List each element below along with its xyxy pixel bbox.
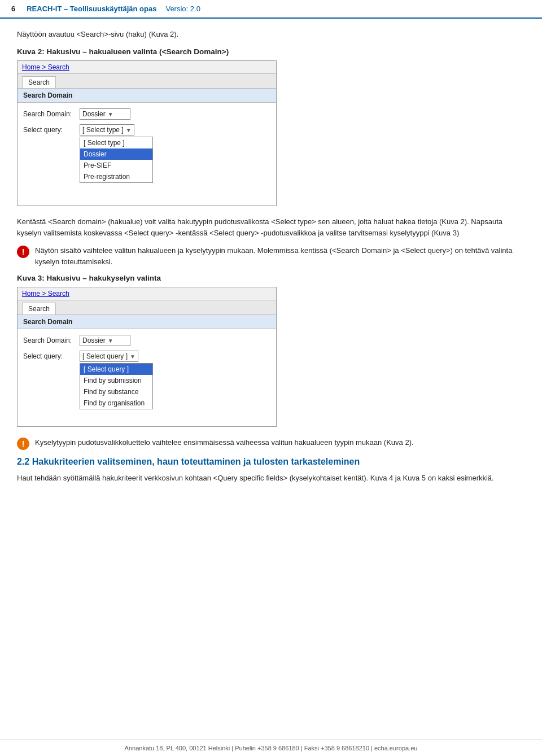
figure2-domain-control: Dossier ▼	[80, 108, 270, 120]
page-header: 6 REACH-IT – Teollisuuskäyttäjän opas Ve…	[0, 0, 542, 19]
figure3-form: Search Domain: Dossier ▼ Select query:	[18, 329, 276, 415]
figure3-query-control: [ Select query ] ▼ [ Select query ] Find…	[80, 351, 270, 409]
header-page-number: 6	[11, 5, 15, 13]
figure2-tab-bar: Search	[18, 74, 276, 89]
figure3-domain-row: Search Domain: Dossier ▼	[18, 333, 276, 348]
section-heading-2-2: 2.2 Hakukriteerien valitseminen, haun to…	[17, 457, 525, 467]
figure3-query-select[interactable]: [ Select query ] ▼	[80, 351, 138, 362]
figure3-domain-control: Dossier ▼	[80, 335, 270, 346]
body-text-2: Haut tehdään syöttämällä hakukriteerit v…	[17, 473, 525, 484]
figure2-query-row: Select query: [ Select type ] ▼ [ Select…	[18, 122, 276, 185]
figure3-section-header: Search Domain	[18, 315, 276, 329]
figure3-mockup: Home > Search Search Search Domain Searc…	[17, 287, 277, 427]
dropdown-item-pre-registration[interactable]: Pre-registration	[80, 171, 152, 182]
intro-text: Näyttöön avautuu <Search>-sivu (haku) (K…	[17, 30, 525, 38]
figure2-query-select[interactable]: [ Select type ] ▼	[80, 124, 134, 136]
chevron-down-icon: ▼	[108, 111, 113, 117]
figure2-domain-label: Search Domain:	[23, 108, 80, 118]
main-content: Näyttöön avautuu <Search>-sivu (haku) (K…	[0, 19, 542, 525]
figure3-query-label: Select query:	[23, 351, 80, 360]
header-title: REACH-IT – Teollisuuskäyttäjän opas	[27, 5, 156, 13]
chevron-down-icon: ▼	[130, 353, 136, 360]
figure3-search-tab[interactable]: Search	[22, 303, 56, 314]
figure3-breadcrumb: Home > Search	[18, 287, 276, 300]
figure2-domain-select[interactable]: Dossier ▼	[80, 108, 130, 120]
figure3-query-dropdown: [ Select query ] Find by submission Find…	[80, 363, 153, 409]
page-footer: Annankatu 18, PL 400, 00121 Helsinki | P…	[0, 740, 542, 756]
figure2-form: Search Domain: Dossier ▼ Select query:	[18, 103, 276, 189]
figure2-query-dropdown: [ Select type ] Dossier Pre-SIEF Pre-reg…	[80, 137, 153, 183]
dropdown-item-find-organisation[interactable]: Find by organisation	[80, 397, 152, 409]
note2-text: Kyselytyypin pudotusvalikkoluettelo vaih…	[35, 437, 414, 448]
note2-box: ! Kyselytyypin pudotusvalikkoluettelo va…	[17, 437, 525, 450]
note1-text: Näytön sisältö vaihtelee valitun hakualu…	[35, 245, 525, 267]
figure3-domain-label: Search Domain:	[23, 335, 80, 344]
figure2-section-header: Search Domain	[18, 89, 276, 103]
dropdown-item-select-query[interactable]: [ Select query ]	[80, 364, 152, 375]
dropdown-item-find-submission[interactable]: Find by submission	[80, 375, 152, 386]
dropdown-item-pre-sief[interactable]: Pre-SIEF	[80, 160, 152, 171]
dropdown-item-select-type[interactable]: [ Select type ]	[80, 137, 152, 148]
dropdown-item-dossier[interactable]: Dossier	[80, 148, 152, 160]
figure3-query-row: Select query: [ Select query ] ▼ [ Selec…	[18, 348, 276, 412]
chevron-down-icon: ▼	[126, 127, 132, 133]
body-text-1: Kentästä <Search domain> (hakualue) voit…	[17, 216, 525, 238]
header-version: Versio: 2.0	[165, 5, 200, 13]
dropdown-item-find-substance[interactable]: Find by substance	[80, 386, 152, 397]
chevron-down-icon: ▼	[108, 338, 113, 344]
note1-box: ! Näytön sisältö vaihtelee valitun hakua…	[17, 245, 525, 267]
figure2-query-control: [ Select type ] ▼ [ Select type ] Dossie…	[80, 124, 270, 183]
figure2-breadcrumb: Home > Search	[18, 61, 276, 74]
figure2-query-label: Select query:	[23, 124, 80, 134]
figure3-domain-select[interactable]: Dossier ▼	[80, 335, 130, 346]
figure2-mockup: Home > Search Search Search Domain Searc…	[17, 60, 277, 206]
figure3-tab-bar: Search	[18, 300, 276, 315]
note1-icon: !	[17, 246, 29, 258]
figure3-caption: Kuva 3: Hakusivu – hakukyselyn valinta	[17, 274, 525, 282]
figure2-domain-row: Search Domain: Dossier ▼	[18, 106, 276, 122]
footer-text: Annankatu 18, PL 400, 00121 Helsinki | P…	[125, 745, 418, 751]
figure2-search-tab[interactable]: Search	[22, 76, 56, 88]
figure2-caption: Kuva 2: Hakusivu – hakualueen valinta (<…	[17, 47, 525, 56]
note2-icon: !	[17, 438, 29, 450]
